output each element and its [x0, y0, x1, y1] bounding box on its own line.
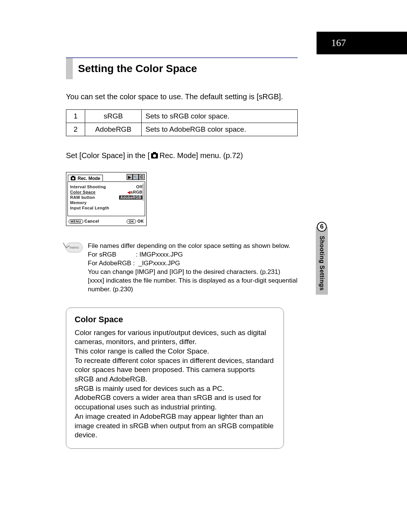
- lcd-row-colorspace: Color Space ◀sRGB: [70, 189, 142, 195]
- lcd-srgb-option: sRGB: [130, 190, 142, 194]
- menu-button-icon: MENU: [69, 219, 83, 224]
- option-desc: Sets to sRGB color space.: [142, 110, 298, 123]
- lcd-row-label: Interval Shooting: [70, 185, 136, 189]
- info-body: Color ranges for various input/output de…: [75, 328, 275, 440]
- chapter-title: Shooting Settings: [318, 236, 325, 291]
- lcd-adobergb-option: AdobeRGB: [119, 195, 142, 200]
- side-chapter-label: 6 Shooting Settings: [316, 222, 328, 295]
- heading-bar: [66, 58, 73, 79]
- options-table: 1 sRGB Sets to sRGB color space. 2 Adobe…: [66, 109, 298, 136]
- lcd-menu-body: Interval Shooting Off Color Space ◀sRGB …: [67, 181, 145, 216]
- section-heading: Setting the Color Space: [66, 57, 298, 79]
- table-row: 2 AdobeRGB Sets to AdobeRGB color space.: [66, 123, 298, 136]
- lcd-row-label: Input Focal Length: [70, 206, 142, 210]
- set-post: Rec. Mode] menu. (p.72): [159, 151, 243, 160]
- page-number: 167: [331, 37, 346, 49]
- set-pre: Set [Color Space] in the [: [66, 151, 150, 160]
- lcd-row-focallength: Input Focal Length: [70, 205, 142, 211]
- memo-line: For AdobeRGB : _IGPxxxx.JPG: [88, 259, 298, 268]
- setup-tab-icon: 🔧: [133, 174, 139, 180]
- camera-icon: [151, 153, 158, 158]
- custom-tab-icon: C: [139, 174, 145, 180]
- memo-text: File names differ depending on the color…: [88, 242, 298, 294]
- option-name: AdobeRGB: [85, 123, 142, 136]
- ok-button-icon: OK: [127, 219, 136, 224]
- lcd-row-value: Off: [136, 185, 142, 189]
- lcd-tabbar: Rec. Mode ▶ 🔧 C: [66, 172, 146, 181]
- memo-block: memo File names differ depending on the …: [66, 242, 298, 294]
- info-box: Color Space Color ranges for various inp…: [66, 308, 284, 449]
- chapter-number: 6: [317, 222, 327, 232]
- camera-icon: [71, 177, 76, 180]
- lcd-row-value: ◀sRGB: [127, 190, 142, 194]
- memo-icon: memo: [66, 243, 83, 252]
- lcd-row-label: Memory: [70, 200, 142, 205]
- lcd-row-interval: Interval Shooting Off: [70, 184, 142, 189]
- chapter-bar: Shooting Settings: [316, 227, 328, 295]
- lcd-row-label: Color Space: [70, 190, 127, 194]
- lcd-tab-label: Rec. Mode: [78, 176, 100, 181]
- page-content: Setting the Color Space You can set the …: [66, 57, 298, 449]
- lcd-ok: OK OK: [127, 219, 144, 223]
- page-number-tab: 167: [317, 32, 407, 54]
- lcd-other-tabs: ▶ 🔧 C: [127, 174, 145, 180]
- lcd-row-memory: Memory: [70, 200, 142, 205]
- option-desc: Sets to AdobeRGB color space.: [142, 123, 298, 136]
- lcd-row-rawbutton: RAW button AdobeRGB: [70, 195, 142, 200]
- lcd-screenshot: Rec. Mode ▶ 🔧 C Interval Shooting Off Co…: [66, 172, 147, 226]
- lcd-scrollbar: [142, 183, 144, 201]
- option-name: sRGB: [85, 110, 142, 123]
- lcd-ok-label: OK: [138, 219, 144, 223]
- lcd-active-tab: Rec. Mode: [68, 175, 103, 181]
- lcd-footer: MENU Cancel OK OK: [66, 217, 146, 226]
- memo-line: File names differ depending on the color…: [88, 242, 298, 251]
- left-arrow-icon: ◀: [127, 190, 130, 194]
- lcd-cancel-label: Cancel: [84, 219, 99, 223]
- table-row: 1 sRGB Sets to sRGB color space.: [66, 110, 298, 123]
- playback-tab-icon: ▶: [127, 174, 133, 180]
- memo-line: You can change [IMGP] and [IGP] to the d…: [88, 268, 298, 277]
- memo-line: For sRGB : IMGPxxxx.JPG: [88, 251, 298, 259]
- info-title: Color Space: [75, 315, 275, 324]
- intro-text: You can set the color space to use. The …: [66, 92, 298, 101]
- memo-line: [xxxx] indicates the file number. This i…: [88, 277, 298, 294]
- lcd-row-value: AdobeRGB: [119, 195, 142, 200]
- option-number: 1: [66, 110, 85, 123]
- heading-text: Setting the Color Space: [73, 58, 197, 79]
- lcd-cancel: MENU Cancel: [69, 219, 99, 223]
- option-number: 2: [66, 123, 85, 136]
- set-instruction: Set [Color Space] in the [ Rec. Mode] me…: [66, 151, 298, 160]
- lcd-row-label: RAW button: [70, 195, 119, 200]
